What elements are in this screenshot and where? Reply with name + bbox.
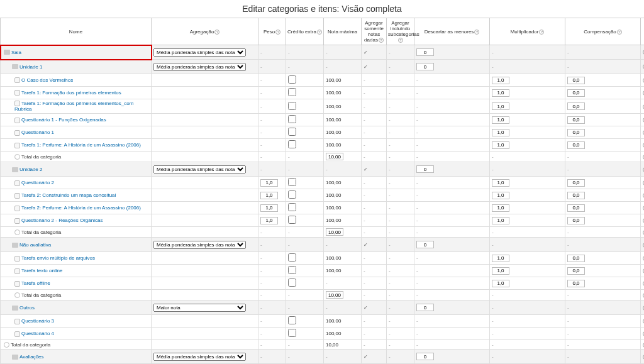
dash: - — [389, 77, 391, 83]
item-name[interactable]: Tarefa texto online — [21, 268, 62, 273]
dash: - — [492, 354, 494, 360]
value-input[interactable] — [492, 255, 509, 262]
value-input[interactable] — [260, 179, 278, 187]
item-name[interactable]: Questionário 1 — [21, 130, 54, 135]
dash: - — [389, 154, 391, 160]
dash: - — [389, 142, 391, 148]
dash: - — [389, 305, 391, 311]
row-checkbox[interactable] — [288, 190, 296, 199]
row-checkbox[interactable] — [288, 140, 296, 148]
row-checkbox[interactable] — [288, 279, 296, 287]
help-icon[interactable]: ? — [617, 30, 622, 35]
help-icon[interactable]: ? — [539, 30, 544, 35]
item-name[interactable]: Questionário 3 — [21, 318, 54, 324]
agg-select[interactable]: Média ponderada simples das notas — [153, 241, 246, 249]
value-input[interactable] — [326, 291, 343, 299]
value-input[interactable] — [492, 89, 509, 97]
category-name[interactable]: Outros — [19, 305, 35, 311]
category-name[interactable]: Avaliações — [19, 354, 44, 360]
value-input[interactable] — [492, 102, 509, 110]
value-input[interactable] — [567, 204, 585, 212]
item-name[interactable]: Questionário 4 — [21, 331, 54, 336]
row-checkbox[interactable] — [288, 266, 296, 274]
value-input[interactable] — [492, 129, 509, 136]
help-icon[interactable]: ? — [474, 30, 479, 35]
row-checkbox[interactable] — [288, 88, 296, 96]
row-checkbox[interactable] — [288, 203, 296, 211]
category-name[interactable]: Unidade 1 — [19, 64, 42, 70]
row-checkbox[interactable] — [288, 178, 296, 186]
row-checkbox[interactable] — [288, 75, 296, 84]
agg-select[interactable]: Maior nota — [153, 304, 246, 312]
row-checkbox[interactable] — [288, 102, 296, 110]
value-input[interactable] — [492, 192, 509, 199]
category-row: Unidade 2Média ponderada simples das not… — [1, 162, 645, 177]
row-checkbox[interactable] — [288, 329, 296, 337]
help-icon[interactable]: ? — [398, 38, 403, 43]
agg-select[interactable]: Média ponderada simples das notas — [153, 165, 246, 174]
value-input[interactable] — [260, 204, 278, 212]
value-input[interactable] — [567, 102, 585, 110]
value-input[interactable] — [492, 179, 509, 187]
help-icon[interactable]: ? — [379, 38, 384, 43]
value-input[interactable] — [326, 153, 343, 160]
value-input[interactable] — [326, 228, 343, 236]
row-checkbox[interactable] — [288, 216, 296, 224]
value-input[interactable] — [492, 204, 509, 212]
value-input[interactable] — [416, 241, 434, 248]
value-input[interactable] — [416, 48, 434, 56]
value-input[interactable] — [416, 63, 434, 70]
category-name[interactable]: Não avaliativa — [19, 242, 51, 248]
value-input[interactable] — [567, 129, 585, 136]
category-name[interactable]: Unidade 2 — [19, 167, 42, 172]
value-input[interactable] — [492, 77, 509, 84]
item-name[interactable]: Questionário 2 — [21, 180, 54, 185]
agg-select[interactable]: Média ponderada simples das notas — [153, 48, 246, 57]
item-name[interactable]: Questionário 1 - Funções Oxigenadas — [21, 117, 106, 123]
value-input[interactable] — [492, 116, 509, 124]
item-name[interactable]: Tarefa offline — [21, 280, 50, 286]
value-input[interactable] — [567, 89, 585, 97]
value-input[interactable] — [567, 141, 585, 149]
row-checkbox[interactable] — [288, 115, 296, 123]
row-checkbox[interactable] — [288, 128, 296, 136]
item-name[interactable]: Tarefa 2: Construindo um mapa conceitual — [21, 192, 116, 198]
value-input[interactable] — [567, 192, 585, 199]
item-name[interactable]: O Caso dos Vermelhos — [21, 77, 73, 83]
item-name[interactable]: Tarefa envio múltiplo de arquivos — [21, 255, 95, 261]
category-name[interactable]: Sala — [11, 50, 21, 55]
value-input[interactable] — [567, 255, 585, 262]
help-icon[interactable]: ? — [317, 30, 322, 35]
agg-select[interactable]: Média ponderada simples das notas — [153, 353, 246, 361]
value-input[interactable] — [567, 179, 585, 187]
dash: - — [492, 50, 494, 55]
calc-icon — [14, 229, 20, 235]
value-input[interactable] — [567, 116, 585, 124]
dash: - — [416, 104, 418, 109]
help-icon[interactable]: ? — [275, 30, 280, 35]
row-checkbox[interactable] — [288, 316, 296, 324]
value-input[interactable] — [260, 217, 278, 224]
item-name[interactable]: Tarefa 1: Perfume: A História de um Assa… — [21, 142, 141, 148]
dash: - — [389, 331, 391, 336]
item-name[interactable]: Questionário 2 - Reações Orgânicas — [21, 218, 103, 223]
row-checkbox[interactable] — [288, 253, 296, 262]
value-input[interactable] — [416, 353, 434, 360]
value-input[interactable] — [416, 165, 434, 173]
value-input[interactable] — [492, 141, 509, 149]
item-name[interactable]: Tarefa 2: Perfume: A História de um Assa… — [21, 205, 141, 211]
agg-select[interactable]: Média ponderada simples das notas — [153, 63, 246, 71]
value-input[interactable] — [492, 217, 509, 224]
value-input[interactable] — [492, 280, 509, 287]
value-input[interactable] — [492, 267, 509, 275]
item-name[interactable]: Tarefa 1: Formação dos primeiros element… — [14, 101, 133, 112]
value-input[interactable] — [567, 267, 585, 275]
help-icon[interactable]: ? — [214, 30, 219, 35]
dash: - — [389, 167, 391, 172]
value-input[interactable] — [260, 192, 278, 199]
value-input[interactable] — [567, 217, 585, 224]
value-input[interactable] — [416, 304, 434, 311]
value-input[interactable] — [567, 77, 585, 84]
item-name[interactable]: Tarefa 1: Formação dos primeiros element… — [21, 90, 121, 96]
value-input[interactable] — [567, 280, 585, 287]
